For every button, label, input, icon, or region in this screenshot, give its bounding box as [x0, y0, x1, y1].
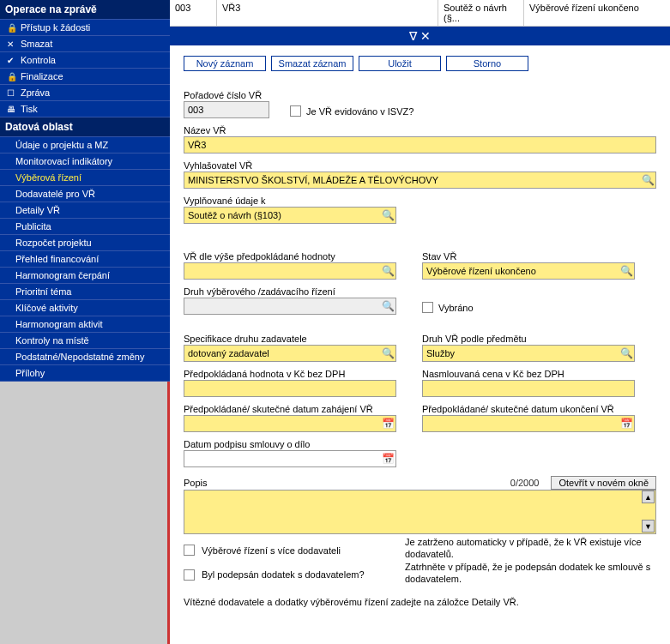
datum-zahaj-input[interactable] [184, 415, 396, 432]
sidebar-op-check[interactable]: Kontrola [0, 52, 170, 69]
main-content: 003 VŘ3 Soutěž o návrh (§... Výběrové ří… [170, 0, 670, 644]
vybrano-label: Vybráno [438, 303, 474, 313]
sidebar-item-activity-schedule[interactable]: Harmonogram aktivit [0, 316, 170, 333]
open-window-button[interactable]: Otevřít v novém okně [551, 476, 656, 490]
nazev-label: Název VŘ [184, 125, 656, 135]
cancel-button[interactable]: Storno [446, 56, 528, 71]
dodatek-checkbox[interactable] [184, 569, 195, 581]
grid-cell-seq: 003 [170, 0, 217, 26]
footer-note: Vítězné dodavatele a dodatky výběrovému … [184, 597, 656, 607]
sidebar-op-delete[interactable]: Smazat [0, 36, 170, 52]
popis-label: Popis [184, 478, 208, 488]
sidebar-header-data: Datová oblast [0, 117, 170, 137]
nazev-input[interactable] [184, 136, 656, 153]
search-icon[interactable]: 🔍 [381, 346, 395, 360]
isvz-checkbox[interactable] [290, 105, 301, 117]
sidebar-item-indicators[interactable]: Monitorovací indikátory [0, 153, 170, 170]
seq-label: Pořadové číslo VŘ [184, 90, 278, 100]
sidebar-bottom-spacer [0, 382, 170, 644]
vypln-input[interactable] [184, 207, 396, 224]
sidebar-item-details[interactable]: Detaily VŘ [0, 202, 170, 219]
search-icon[interactable]: 🔍 [619, 346, 633, 360]
grid-cell-type: Soutěž o návrh (§... [438, 0, 524, 26]
search-icon[interactable]: 🔍 [641, 173, 655, 187]
vice-dod-note: Je zatrženo automaticky v případě, že k … [405, 536, 656, 561]
sidebar-item-suppliers[interactable]: Dodavatelé pro VŘ [0, 186, 170, 202]
sidebar-item-drawing[interactable]: Harmonogram čerpání [0, 268, 170, 284]
sidebar-item-priority[interactable]: Prioritní téma [0, 284, 170, 300]
sidebar-item-financing[interactable]: Přehled financování [0, 251, 170, 268]
seq-input[interactable] [184, 101, 269, 118]
sidebar-item-selection[interactable]: Výběrová řízení [0, 170, 170, 186]
delete-record-button[interactable]: Smazat záznam [271, 56, 353, 71]
filter-icon[interactable]: ∇ [409, 29, 417, 43]
druh-predmet-input[interactable] [422, 345, 635, 362]
sidebar-op-access[interactable]: Přístup k žádosti [0, 20, 170, 36]
vr-vyse-input[interactable] [184, 262, 396, 280]
dodatek-label: Byl podepsán dodatek s dodavatelem? [202, 569, 365, 580]
sidebar-item-activities[interactable]: Klíčové aktivity [0, 300, 170, 316]
scroll-down-icon[interactable]: ▼ [642, 520, 655, 533]
sidebar-item-publicity[interactable]: Publicita [0, 219, 170, 235]
predp-hodnota-input[interactable] [184, 380, 396, 397]
vybrano-checkbox[interactable] [422, 302, 433, 313]
druh-rizeni-input[interactable] [184, 298, 396, 315]
sidebar-item-controls[interactable]: Kontroly na místě [0, 333, 170, 349]
action-button-row: Nový záznam Smazat záznam Uložit Storno [170, 45, 670, 78]
top-grid-row[interactable]: 003 VŘ3 Soutěž o návrh (§... Výběrové ří… [170, 0, 670, 27]
form-area: Pořadové číslo VŘ Je VŘ evidováno v ISVZ… [170, 78, 670, 612]
popis-textarea[interactable] [184, 490, 656, 534]
vr-vyse-label: VŘ dle výše předpokládané hodnoty [184, 251, 396, 262]
spec-label: Specifikace druhu zadavatele [184, 334, 396, 344]
save-button[interactable]: Uložit [359, 56, 441, 71]
grid-cell-name: VŘ3 [217, 0, 438, 26]
isvz-label: Je VŘ evidováno v ISVZ? [306, 106, 413, 117]
vice-dod-label: Výběrové řízení s více dodavateli [202, 545, 341, 556]
filter-bar: ∇ ✕ [170, 27, 670, 45]
datum-podpis-label: Datum podpisu smlouvy o dílo [184, 439, 396, 449]
datum-ukonc-input[interactable] [422, 415, 635, 432]
spec-input[interactable] [184, 345, 396, 362]
stav-label: Stav VŘ [422, 251, 635, 262]
druh-predmet-label: Druh VŘ podle předmětu [422, 334, 635, 344]
vypln-label: Vyplňované údaje k [184, 196, 656, 206]
search-icon[interactable]: 🔍 [619, 264, 633, 278]
sidebar-item-attachments[interactable]: Přílohy [0, 365, 170, 382]
nasml-cena-label: Nasmlouvaná cena v Kč bez DPH [422, 369, 635, 379]
new-record-button[interactable]: Nový záznam [184, 56, 266, 71]
grid-cell-status: Výběrové řízení ukončeno [524, 0, 670, 26]
calendar-icon[interactable]: 📅 [381, 417, 395, 430]
nasml-cena-input[interactable] [422, 380, 635, 397]
stav-input[interactable] [422, 262, 635, 280]
datum-ukonc-label: Předpokládané/ skutečné datum ukončení V… [422, 404, 635, 414]
datum-podpis-input[interactable] [184, 450, 396, 467]
sidebar-op-finalize[interactable]: Finalizace [0, 69, 170, 85]
predp-hodnota-label: Předpokládaná hodnota v Kč bez DPH [184, 369, 396, 379]
dodatek-note: Zatrhněte v případě, že je podepsán doda… [405, 561, 656, 586]
search-icon[interactable]: 🔍 [381, 299, 395, 313]
sidebar-item-budget[interactable]: Rozpočet projektu [0, 235, 170, 251]
sidebar-item-project[interactable]: Údaje o projektu a MZ [0, 137, 170, 153]
sidebar: Operace na zprávě Přístup k žádosti Smaz… [0, 0, 170, 644]
sidebar-op-print[interactable]: Tisk [0, 101, 170, 117]
datum-zahaj-label: Předpokládané/ skutečné datum zahájení V… [184, 404, 396, 414]
vice-dod-checkbox[interactable] [184, 545, 195, 556]
scroll-up-icon[interactable]: ▲ [642, 491, 655, 503]
vyhl-input[interactable] [184, 172, 656, 189]
sidebar-item-changes[interactable]: Podstatné/Nepodstatné změny [0, 349, 170, 365]
sidebar-header-operations: Operace na zprávě [0, 0, 170, 20]
calendar-icon[interactable]: 📅 [381, 452, 395, 466]
druh-rizeni-label: Druh výběrového /zadávacího řízení [184, 286, 396, 297]
search-icon[interactable]: 🔍 [381, 264, 395, 278]
popis-counter: 0/2000 [510, 478, 540, 488]
clear-filter-icon[interactable]: ✕ [420, 29, 431, 43]
vyhl-label: Vyhlašovatel VŘ [184, 160, 656, 171]
calendar-icon[interactable]: 📅 [619, 417, 633, 430]
search-icon[interactable]: 🔍 [381, 208, 395, 222]
sidebar-op-report[interactable]: Zpráva [0, 85, 170, 101]
